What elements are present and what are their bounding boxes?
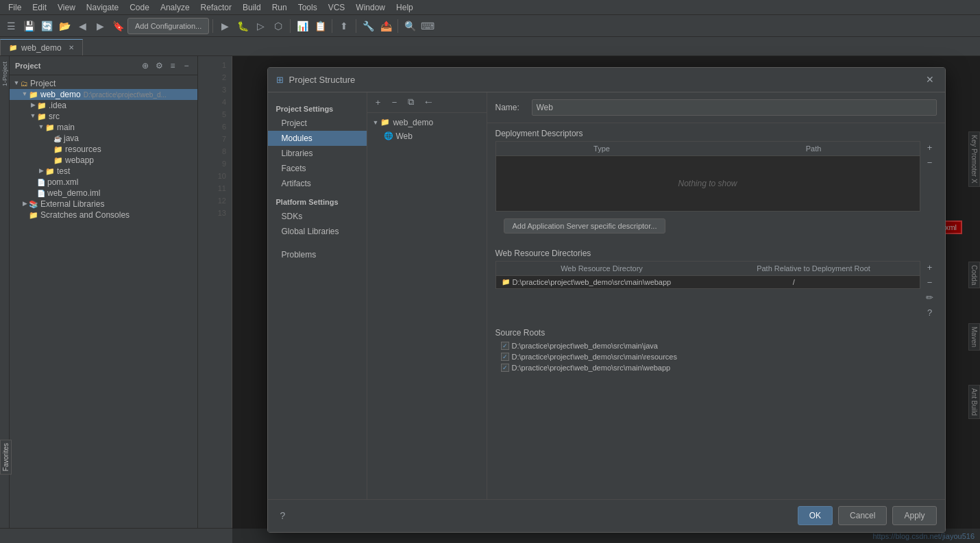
menu-edit[interactable]: Edit: [27, 1, 52, 14]
menu-code[interactable]: Code: [124, 1, 155, 14]
ok-button[interactable]: OK: [798, 506, 833, 525]
wr-edit-btn[interactable]: ✏: [923, 291, 937, 305]
tree-item-ext-libs[interactable]: ▶ 📚 External Libraries: [10, 199, 197, 210]
menu-window[interactable]: Window: [350, 1, 391, 14]
web-resource-row[interactable]: 📁 D:\practice\project\web_demo\src\main\…: [496, 276, 920, 288]
source-root-row-1[interactable]: D:\practice\project\web_demo\src\main\re…: [495, 351, 937, 362]
tree-item-pom[interactable]: 📄 pom.xml: [10, 177, 197, 188]
panel-minimize-btn[interactable]: −: [181, 60, 192, 71]
nav-item-facets[interactable]: Facets: [268, 161, 367, 176]
toolbar-vcs[interactable]: ⬆: [336, 18, 352, 34]
tree-label: Scratches and Consoles: [40, 210, 130, 220]
tree-item-java[interactable]: ☕ java: [10, 133, 197, 144]
toolbar-debug[interactable]: 🐛: [234, 18, 251, 34]
tree-copy-btn[interactable]: ⧉: [404, 95, 418, 109]
source-root-checkbox-1[interactable]: [501, 353, 509, 361]
tree-item-web-demo[interactable]: ▼ 📁 web_demo D:\practice\project\web_d..…: [10, 89, 197, 100]
toolbar-run[interactable]: ▶: [217, 18, 233, 34]
footer-help-btn[interactable]: ?: [276, 509, 290, 522]
tree-content: ▼ 📁 web_demo 🌐 Web: [367, 113, 487, 499]
toolbar-debug2[interactable]: ⬡: [270, 18, 286, 34]
tree-item-src[interactable]: ▼ 📁 src: [10, 111, 197, 122]
tree-item-resources[interactable]: 📁 resources: [10, 144, 197, 155]
nav-item-problems[interactable]: Problems: [268, 247, 367, 262]
toolbar-terminal[interactable]: ⌨: [419, 18, 436, 34]
nav-item-artifacts[interactable]: Artifacts: [268, 176, 367, 191]
dialog-close-button[interactable]: ✕: [923, 73, 937, 86]
source-root-path-0: D:\practice\project\web_demo\src\main\ja…: [512, 342, 658, 350]
panel-gear-btn[interactable]: ≡: [167, 60, 178, 71]
apply-button[interactable]: Apply: [892, 506, 936, 525]
menu-vcs[interactable]: VCS: [323, 1, 351, 14]
menu-build[interactable]: Build: [237, 1, 267, 14]
toolbar-profile[interactable]: 📋: [312, 18, 328, 34]
favorites-tab[interactable]: Favorites: [0, 440, 12, 475]
source-root-row-0[interactable]: D:\practice\project\web_demo\src\main\ja…: [495, 340, 937, 351]
nav-item-libraries[interactable]: Libraries: [268, 146, 367, 161]
nav-item-project[interactable]: Project: [268, 116, 367, 131]
add-application-server-btn[interactable]: Add Application Server specific descript…: [504, 218, 666, 233]
cancel-button[interactable]: Cancel: [838, 506, 887, 525]
tree-item-test[interactable]: ▶ 📁 test: [10, 166, 197, 177]
add-configuration-button[interactable]: Add Configuration...: [127, 18, 209, 34]
folder-icon: 📁: [29, 211, 38, 220]
panel-settings-btn[interactable]: ⚙: [154, 60, 164, 71]
toolbar-run2[interactable]: ▷: [252, 18, 269, 34]
tree-remove-btn[interactable]: −: [388, 95, 402, 109]
add-descriptor-area: Add Application Server specific descript…: [487, 214, 945, 243]
line-4: 4: [198, 96, 232, 108]
tree-item-project[interactable]: ▼ 🗂 Project: [10, 78, 197, 89]
line-5: 5: [198, 108, 232, 121]
toolbar-wrench[interactable]: 🔧: [360, 18, 376, 34]
toolbar-open[interactable]: 📂: [56, 18, 73, 34]
dialog-footer: ? OK Cancel Apply: [268, 499, 945, 532]
menu-help[interactable]: Help: [391, 1, 419, 14]
line-6: 6: [198, 121, 232, 133]
deployment-descriptors-table: Type Path Nothing to show: [495, 141, 920, 212]
panel-add-btn[interactable]: ⊕: [140, 60, 151, 71]
tree-item-idea[interactable]: ▶ 📁 .idea: [10, 100, 197, 111]
menu-refactor[interactable]: Refactor: [195, 1, 237, 14]
toolbar-share[interactable]: 📤: [378, 18, 394, 34]
folder-icon: 📁: [45, 123, 55, 132]
toolbar-forward[interactable]: ▶: [92, 18, 108, 34]
toolbar-coverage[interactable]: 📊: [294, 18, 310, 34]
tree-item-main[interactable]: ▼ 📁 main: [10, 122, 197, 133]
module-web[interactable]: 🌐 Web: [367, 129, 487, 143]
name-input-field[interactable]: [532, 99, 937, 116]
source-root-checkbox-2[interactable]: [501, 364, 509, 372]
source-root-row-2[interactable]: D:\practice\project\web_demo\src\main\we…: [495, 362, 937, 373]
menu-navigate[interactable]: Navigate: [81, 1, 124, 14]
tree-item-webapp[interactable]: 📁 webapp: [10, 155, 197, 166]
tree-item-scratches[interactable]: 📁 Scratches and Consoles: [10, 210, 197, 220]
toolbar-settings[interactable]: ☰: [3, 18, 19, 34]
wr-help-btn[interactable]: ?: [923, 306, 937, 320]
menu-view[interactable]: View: [52, 1, 81, 14]
tab-web-demo[interactable]: 📁 web_demo ✕: [0, 39, 83, 55]
editor-area[interactable]: ⊞ Project Structure ✕ Project Settings P…: [232, 56, 980, 543]
menu-tools[interactable]: Tools: [293, 1, 323, 14]
nav-item-global-libs[interactable]: Global Libraries: [268, 224, 367, 239]
tree-back-btn[interactable]: ←: [421, 96, 437, 108]
wr-add-btn[interactable]: +: [923, 261, 937, 275]
toolbar-bookmark[interactable]: 🔖: [110, 18, 126, 34]
source-roots-section: Source Roots D:\practice\project\web_dem…: [487, 323, 945, 376]
dd-remove-btn[interactable]: −: [923, 156, 937, 170]
module-web-demo[interactable]: ▼ 📁 web_demo: [367, 116, 487, 129]
toolbar-sync[interactable]: 🔄: [38, 18, 55, 34]
menu-file[interactable]: File: [3, 1, 27, 14]
module-arrow: ▼: [373, 119, 379, 126]
wr-remove-btn[interactable]: −: [923, 276, 937, 290]
tree-add-btn[interactable]: +: [371, 95, 385, 109]
source-root-checkbox-0[interactable]: [501, 342, 509, 350]
tab-close-icon[interactable]: ✕: [69, 44, 74, 51]
nav-item-sdks[interactable]: SDKs: [268, 209, 367, 224]
nav-item-modules[interactable]: Modules: [268, 131, 367, 146]
toolbar-back[interactable]: ◀: [74, 18, 90, 34]
menu-run[interactable]: Run: [267, 1, 293, 14]
dd-add-btn[interactable]: +: [923, 141, 937, 155]
toolbar-save[interactable]: 💾: [21, 18, 37, 34]
tree-item-iml[interactable]: 📄 web_demo.iml: [10, 188, 197, 199]
menu-analyze[interactable]: Analyze: [155, 1, 195, 14]
toolbar-search[interactable]: 🔍: [402, 18, 418, 34]
